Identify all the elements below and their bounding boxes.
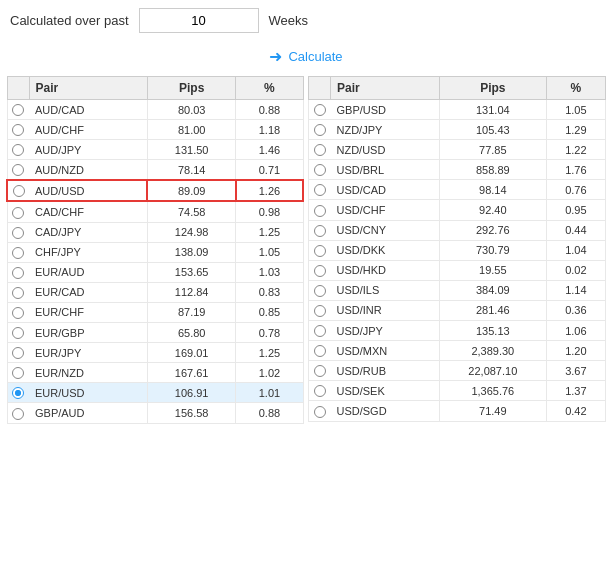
radio-cell[interactable] (309, 321, 331, 341)
pct-value: 0.88 (236, 403, 303, 423)
table-row: NZD/JPY105.431.29 (309, 120, 606, 140)
pct-value: 1.20 (546, 341, 605, 361)
pair-name: USD/CAD (331, 180, 440, 200)
calculate-row: ➜ Calculate (0, 41, 612, 76)
radio-cell[interactable] (309, 260, 331, 280)
pips-value: 65.80 (147, 323, 235, 343)
calculate-button[interactable]: Calculate (288, 49, 342, 64)
pct-value: 0.98 (236, 201, 303, 222)
table-row: USD/JPY135.131.06 (309, 321, 606, 341)
pips-value: 2,389.30 (439, 341, 546, 361)
table-row: EUR/CHF87.190.85 (7, 302, 303, 322)
pct-value: 3.67 (546, 361, 605, 381)
pips-value: 77.85 (439, 140, 546, 160)
calculated-label: Calculated over past (10, 13, 129, 28)
table-row: GBP/USD131.041.05 (309, 100, 606, 120)
table-row: AUD/CAD80.030.88 (7, 100, 303, 120)
radio-cell[interactable] (7, 201, 29, 222)
pips-value: 87.19 (147, 302, 235, 322)
pips-value: 105.43 (439, 120, 546, 140)
pair-name: USD/HKD (331, 260, 440, 280)
radio-cell[interactable] (309, 180, 331, 200)
pair-name: USD/SGD (331, 401, 440, 421)
header-bar: Calculated over past Weeks (0, 0, 612, 41)
radio-cell[interactable] (309, 361, 331, 381)
radio-cell[interactable] (309, 280, 331, 300)
radio-cell[interactable] (7, 160, 29, 181)
radio-cell[interactable] (7, 120, 29, 140)
pips-value: 169.01 (147, 343, 235, 363)
radio-cell[interactable] (309, 160, 331, 180)
pips-value: 92.40 (439, 200, 546, 220)
pair-name: CHF/JPY (29, 242, 147, 262)
radio-cell[interactable] (309, 401, 331, 421)
pct-value: 0.71 (236, 160, 303, 181)
table-row: USD/CNY292.760.44 (309, 220, 606, 240)
radio-cell[interactable] (309, 240, 331, 260)
left-table: Pair Pips % AUD/CAD80.030.88AUD/CHF81.00… (6, 76, 304, 424)
pair-name: CAD/JPY (29, 222, 147, 242)
table-row: USD/INR281.460.36 (309, 300, 606, 320)
pips-value: 106.91 (147, 383, 235, 403)
right-col-pair: Pair (331, 77, 440, 100)
radio-cell[interactable] (7, 222, 29, 242)
left-col-pair: Pair (29, 77, 147, 100)
radio-cell[interactable] (7, 242, 29, 262)
left-col-pct: % (236, 77, 303, 100)
radio-cell[interactable] (7, 180, 29, 201)
pair-name: NZD/USD (331, 140, 440, 160)
pct-value: 0.76 (546, 180, 605, 200)
pips-value: 281.46 (439, 300, 546, 320)
pct-value: 1.76 (546, 160, 605, 180)
weeks-label: Weeks (269, 13, 309, 28)
pair-name: EUR/JPY (29, 343, 147, 363)
pips-value: 292.76 (439, 220, 546, 240)
radio-cell[interactable] (7, 100, 29, 120)
radio-cell[interactable] (7, 282, 29, 302)
pips-value: 153.65 (147, 262, 235, 282)
radio-cell[interactable] (309, 100, 331, 120)
pct-value: 0.78 (236, 323, 303, 343)
right-table-header: Pair Pips % (309, 77, 606, 100)
radio-cell[interactable] (309, 140, 331, 160)
radio-cell[interactable] (7, 302, 29, 322)
right-col-pct: % (546, 77, 605, 100)
pct-value: 0.44 (546, 220, 605, 240)
radio-cell[interactable] (309, 120, 331, 140)
radio-cell[interactable] (7, 343, 29, 363)
table-row: USD/CHF92.400.95 (309, 200, 606, 220)
radio-cell[interactable] (309, 200, 331, 220)
tables-container: Pair Pips % AUD/CAD80.030.88AUD/CHF81.00… (0, 76, 612, 424)
pct-value: 1.37 (546, 381, 605, 401)
radio-cell[interactable] (309, 300, 331, 320)
radio-cell[interactable] (309, 220, 331, 240)
pct-value: 1.01 (236, 383, 303, 403)
pair-name: CAD/CHF (29, 201, 147, 222)
table-row: EUR/JPY169.011.25 (7, 343, 303, 363)
pips-value: 19.55 (439, 260, 546, 280)
weeks-input[interactable] (139, 8, 259, 33)
pips-value: 138.09 (147, 242, 235, 262)
pair-name: EUR/USD (29, 383, 147, 403)
radio-cell[interactable] (7, 140, 29, 160)
pct-value: 1.14 (546, 280, 605, 300)
table-row: EUR/USD106.911.01 (7, 383, 303, 403)
radio-cell[interactable] (309, 341, 331, 361)
radio-cell[interactable] (309, 381, 331, 401)
pct-value: 0.83 (236, 282, 303, 302)
table-row: AUD/NZD78.140.71 (7, 160, 303, 181)
pair-name: AUD/NZD (29, 160, 147, 181)
table-row: EUR/CAD112.840.83 (7, 282, 303, 302)
radio-cell[interactable] (7, 403, 29, 423)
pct-value: 1.05 (236, 242, 303, 262)
pct-value: 1.03 (236, 262, 303, 282)
pair-name: GBP/USD (331, 100, 440, 120)
table-row: USD/RUB22,087.103.67 (309, 361, 606, 381)
pips-value: 131.04 (439, 100, 546, 120)
radio-cell[interactable] (7, 383, 29, 403)
pct-value: 1.05 (546, 100, 605, 120)
pips-value: 112.84 (147, 282, 235, 302)
radio-cell[interactable] (7, 323, 29, 343)
radio-cell[interactable] (7, 262, 29, 282)
radio-cell[interactable] (7, 363, 29, 383)
